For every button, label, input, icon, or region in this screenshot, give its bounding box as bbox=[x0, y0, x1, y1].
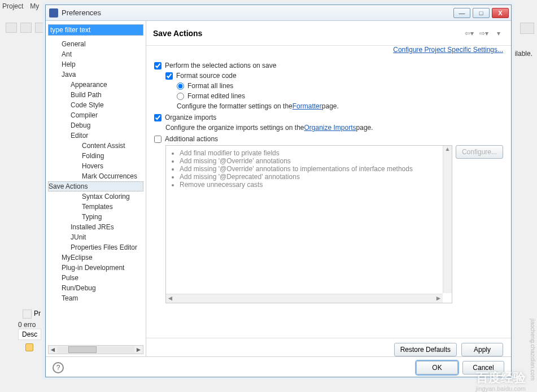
perform-actions-label: Perform the selected actions on save bbox=[165, 62, 276, 69]
scroll-up-icon[interactable]: ▲ bbox=[443, 146, 452, 154]
scroll-left-icon[interactable]: ◄ bbox=[166, 294, 174, 303]
nav-forward-icon[interactable]: ⇨▾ bbox=[478, 29, 490, 38]
bg-toolbar bbox=[6, 23, 46, 33]
app-icon bbox=[49, 8, 58, 18]
organize-imports-label: Organize imports bbox=[165, 114, 216, 121]
minimize-button[interactable]: — bbox=[453, 8, 470, 18]
window-title: Preferences bbox=[62, 8, 453, 17]
perform-actions-checkbox[interactable] bbox=[154, 62, 161, 69]
additional-actions-checkbox[interactable] bbox=[154, 136, 161, 143]
scroll-thumb[interactable] bbox=[68, 346, 97, 353]
scroll-left-icon[interactable]: ◄ bbox=[49, 346, 57, 354]
format-all-label: Format all lines bbox=[187, 82, 233, 90]
preferences-dialog: Preferences — □ X General Ant Help Java … bbox=[45, 5, 512, 377]
list-item: Add final modifier to private fields bbox=[180, 149, 447, 157]
tree-item-mark-occurrences[interactable]: Mark Occurrences bbox=[48, 171, 143, 181]
organize-text: Configure the organize imports settings … bbox=[165, 124, 304, 132]
tree-item-java[interactable]: Java bbox=[48, 69, 143, 80]
bg-description-header: Desc bbox=[18, 329, 41, 340]
list-vertical-scrollbar[interactable]: ▲ bbox=[443, 146, 452, 293]
scroll-right-icon[interactable]: ► bbox=[134, 346, 143, 354]
tree-item-debug[interactable]: Debug bbox=[48, 120, 143, 130]
tree-item-templates[interactable]: Templates bbox=[48, 202, 143, 212]
list-item: Add missing '@Override' annotations to i… bbox=[180, 165, 447, 173]
tree-item-ant[interactable]: Ant bbox=[48, 49, 143, 59]
watermark-url: jingyan.baidu.com bbox=[475, 385, 526, 392]
nav-back-icon[interactable]: ⇦▾ bbox=[464, 29, 475, 38]
tree-item-junit[interactable]: JUnit bbox=[48, 232, 143, 242]
tree-item-run-debug[interactable]: Run/Debug bbox=[48, 283, 143, 293]
bg-right-button bbox=[520, 23, 534, 34]
tree-item-folding[interactable]: Folding bbox=[48, 151, 143, 161]
tree-item-appearance[interactable]: Appearance bbox=[48, 80, 143, 90]
tree-item-syntax-coloring[interactable]: Syntax Coloring bbox=[48, 191, 143, 202]
preferences-tree[interactable]: General Ant Help Java Appearance Build P… bbox=[48, 38, 143, 345]
bg-errors-text: 0 erro bbox=[18, 321, 36, 329]
close-button[interactable]: X bbox=[492, 8, 509, 18]
configure-button[interactable]: Configure... bbox=[456, 145, 503, 159]
watermark-side: jiaocheng.chazidian.com bbox=[530, 319, 536, 381]
tree-item-help[interactable]: Help bbox=[48, 59, 143, 69]
format-edited-radio[interactable] bbox=[177, 93, 184, 100]
bg-problems-tab: Pr bbox=[23, 310, 41, 319]
tree-item-editor[interactable]: Editor bbox=[48, 130, 143, 141]
tree-item-myeclipse[interactable]: MyEclipse bbox=[48, 252, 143, 263]
nav-menu-icon[interactable]: ▾ bbox=[493, 29, 504, 38]
tree-item-typing[interactable]: Typing bbox=[48, 212, 143, 222]
list-horizontal-scrollbar[interactable]: ◄ ► bbox=[166, 294, 443, 303]
maximize-button[interactable]: □ bbox=[473, 8, 490, 18]
tree-item-pulse[interactable]: Pulse bbox=[48, 273, 143, 283]
bg-text-available: ilable. bbox=[515, 50, 532, 58]
restore-defaults-button[interactable]: Restore Defaults bbox=[394, 343, 457, 356]
organize-imports-link[interactable]: Organize Imports bbox=[304, 124, 356, 132]
list-item: Remove unnecessary casts bbox=[180, 181, 447, 189]
right-panel: Save Actions ⇦▾ ⇨▾ ▾ Configure Project S… bbox=[146, 21, 511, 356]
left-panel: General Ant Help Java Appearance Build P… bbox=[46, 21, 146, 356]
additional-actions-list: Add final modifier to private fields Add… bbox=[165, 145, 452, 303]
list-item: Add missing '@Override' annotations bbox=[180, 157, 447, 165]
tree-horizontal-scrollbar[interactable]: ◄ ► bbox=[48, 345, 143, 354]
additional-actions-label: Additional actions bbox=[165, 135, 218, 143]
tree-item-plugin-development[interactable]: Plug-in Development bbox=[48, 263, 143, 273]
formatter-text: Configure the formatter settings on the bbox=[177, 102, 292, 110]
list-item: Add missing '@Deprecated' annotations bbox=[180, 173, 447, 181]
tree-item-team[interactable]: Team bbox=[48, 293, 143, 303]
page-title: Save Actions bbox=[153, 29, 464, 38]
tree-item-properties-files-editor[interactable]: Properties Files Editor bbox=[48, 242, 143, 252]
tree-item-installed-jres[interactable]: Installed JREs bbox=[48, 222, 143, 232]
help-icon[interactable]: ? bbox=[53, 362, 64, 373]
tree-item-code-style[interactable]: Code Style bbox=[48, 100, 143, 110]
tree-item-save-actions[interactable]: Save Actions bbox=[48, 181, 143, 191]
tree-item-compiler[interactable]: Compiler bbox=[48, 110, 143, 120]
format-source-label: Format source code bbox=[176, 72, 237, 80]
format-source-checkbox[interactable] bbox=[165, 72, 173, 80]
apply-button[interactable]: Apply bbox=[461, 343, 503, 356]
configure-project-specific-link[interactable]: Configure Project Specific Settings... bbox=[393, 46, 503, 54]
formatter-post: page. bbox=[322, 102, 339, 110]
titlebar[interactable]: Preferences — □ X bbox=[46, 5, 511, 21]
format-edited-label: Format edited lines bbox=[187, 92, 245, 100]
formatter-link[interactable]: Formatter bbox=[292, 102, 322, 110]
bg-menu: ProjectMy bbox=[0, 1, 41, 11]
format-all-radio[interactable] bbox=[177, 82, 184, 90]
tree-item-hovers[interactable]: Hovers bbox=[48, 161, 143, 171]
organize-imports-checkbox[interactable] bbox=[154, 114, 161, 121]
organize-post: page. bbox=[356, 124, 373, 132]
tree-item-general[interactable]: General bbox=[48, 39, 143, 49]
scroll-right-icon[interactable]: ► bbox=[434, 294, 443, 303]
tree-item-build-path[interactable]: Build Path bbox=[48, 90, 143, 100]
tree-item-content-assist[interactable]: Content Assist bbox=[48, 141, 143, 151]
ok-button[interactable]: OK bbox=[416, 361, 458, 374]
cancel-button[interactable]: Cancel bbox=[462, 361, 504, 374]
bg-warning-icon bbox=[25, 343, 33, 351]
filter-input[interactable] bbox=[48, 24, 143, 36]
